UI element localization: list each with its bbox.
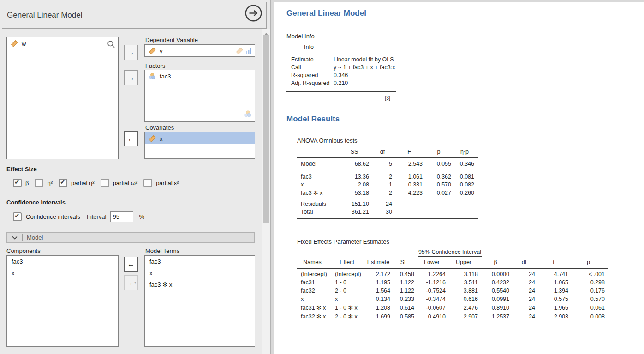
checkbox[interactable] xyxy=(143,179,152,187)
model-term-item[interactable]: fac3 ✻ x xyxy=(145,279,255,290)
model-term-item[interactable]: fac3 xyxy=(145,256,255,267)
continuous-variable-icon xyxy=(149,135,156,142)
anova-column-header: η²p xyxy=(455,146,478,158)
analysis-header: General Linear Model xyxy=(2,2,267,29)
fixed-effects-name: x xyxy=(297,295,331,303)
anova-value: 0.362 xyxy=(426,170,455,181)
fixed-effects-value: 1.208 xyxy=(366,303,394,312)
fixed-effects-value: 0.585 xyxy=(394,312,418,324)
fixed-effects-column-header: Effect xyxy=(331,257,366,269)
model-info-row: Adj. R-squared0.210 xyxy=(286,79,396,87)
panel-scrollbar[interactable] xyxy=(262,29,270,354)
checkbox-label: partial ω² xyxy=(113,180,138,186)
spacer-cell xyxy=(366,247,394,257)
fixed-effects-value: 0.614 xyxy=(394,303,418,312)
variable-item[interactable]: fac3 xyxy=(145,70,255,82)
checkbox[interactable] xyxy=(59,179,67,187)
model-info-block: Model Info Info EstimateLinear model fit… xyxy=(286,33,396,101)
fixed-effects-value: 2.903 xyxy=(539,312,572,324)
checkbox[interactable] xyxy=(101,179,109,187)
remove-covariate-button[interactable]: ← xyxy=(124,131,138,146)
analysis-options-panel: General Linear Model w → Dependent Varia… xyxy=(0,0,271,354)
variable-name: y xyxy=(160,48,163,54)
interval-input[interactable] xyxy=(110,211,133,222)
factors-box[interactable]: fac3 xyxy=(144,70,255,122)
variable-item[interactable]: w xyxy=(7,37,118,49)
checkbox[interactable] xyxy=(13,179,22,187)
collapse-panel-button[interactable] xyxy=(244,4,262,22)
model-term-item[interactable]: x xyxy=(145,267,255,279)
scrollbar-up-button[interactable] xyxy=(262,29,270,35)
add-term-button[interactable]: →▾ xyxy=(124,275,138,290)
anova-row: Total361.2130 xyxy=(297,208,478,219)
effect-size-option[interactable]: partial ε² xyxy=(143,179,179,187)
component-item[interactable]: fac3 xyxy=(7,256,118,267)
ci-header-row: 95% Confidence Interval xyxy=(297,247,608,257)
confidence-intervals-checkbox[interactable] xyxy=(13,212,22,221)
anova-value: 0.346 xyxy=(455,158,478,170)
effect-size-section-label: Effect Size xyxy=(6,166,37,173)
fixed-effects-value: -0.0607 xyxy=(418,303,449,312)
anova-value: 0.570 xyxy=(426,181,455,189)
fixed-effects-value: 0.5540 xyxy=(482,287,513,295)
effect-size-option[interactable]: partial ω² xyxy=(101,179,138,187)
move-to-dependent-button[interactable]: → xyxy=(124,45,138,60)
effect-size-option[interactable]: partial η² xyxy=(59,179,95,187)
covariates-box[interactable]: x xyxy=(144,132,255,159)
fixed-effects-block: Fixed Effects Parameter Estimates 95% Co… xyxy=(297,238,608,324)
variable-item[interactable]: x xyxy=(145,132,255,144)
available-variables-list[interactable]: w xyxy=(6,37,119,159)
anova-value xyxy=(455,197,478,208)
checkbox-label: partial η² xyxy=(71,180,95,186)
model-info-row-value: 0.210 xyxy=(334,80,348,86)
anova-row: fac3 ✻ x53.1824.2230.0270.260 xyxy=(297,189,478,197)
anova-value xyxy=(396,208,426,219)
checkbox[interactable] xyxy=(35,179,43,187)
spacer-cell xyxy=(513,247,539,257)
fixed-effects-name: 1 - 0 ✻ x xyxy=(331,303,366,312)
anova-value: 0.260 xyxy=(455,189,478,197)
model-info-row: R-squared0.346 xyxy=(286,71,396,79)
variable-name: x xyxy=(160,135,163,142)
remove-term-button[interactable]: ← xyxy=(124,257,138,272)
anova-value: 24 xyxy=(373,197,396,208)
effect-size-option[interactable]: η² xyxy=(35,179,53,187)
continuous-variable-icon xyxy=(11,40,18,47)
fixed-effects-row: fac311 - 01.1951.122-1.12163.5110.423224… xyxy=(297,278,608,287)
analysis-title: General Linear Model xyxy=(2,11,82,20)
fixed-effects-name: fac31 ✻ x xyxy=(297,303,331,312)
anova-value: 2.08 xyxy=(340,181,373,189)
move-to-factors-button[interactable]: → xyxy=(124,70,138,85)
confidence-intervals-section-label: Confidence Intervals xyxy=(6,199,66,206)
effect-size-option[interactable]: β xyxy=(13,179,29,187)
anova-term: Model xyxy=(297,158,340,170)
fixed-effects-value: 3.881 xyxy=(449,287,482,295)
fixed-effects-value: 0.458 xyxy=(394,269,418,279)
model-terms-box[interactable]: fac3xfac3 ✻ x xyxy=(144,255,255,347)
search-icon[interactable] xyxy=(107,40,115,50)
model-results-title: Model Results xyxy=(286,114,340,124)
variable-name: w xyxy=(22,40,26,47)
spacer-cell xyxy=(539,247,572,257)
percent-suffix-label: % xyxy=(139,213,144,220)
fixed-effects-row: fac32 ✻ x2 - 0 ✻ x1.6990.5850.49102.9071… xyxy=(297,312,608,324)
model-section-collapse-bar[interactable]: Model xyxy=(6,232,255,243)
components-box[interactable]: fac3x xyxy=(6,255,119,347)
component-item[interactable]: x xyxy=(7,267,118,279)
results-panel: General Linear Model Model Info Info Est… xyxy=(274,2,644,354)
app-window: { "left_panel": { "title": "General Line… xyxy=(0,0,644,354)
fixed-effects-value: 0.233 xyxy=(394,295,418,303)
fixed-effects-name: fac31 xyxy=(297,278,331,287)
fixed-effects-value: 24 xyxy=(513,278,539,287)
nominal-variable-icon xyxy=(149,72,156,80)
anova-value: 0.027 xyxy=(426,189,455,197)
fixed-effects-value: -0.7524 xyxy=(418,287,449,295)
fixed-effects-value: 1.065 xyxy=(539,278,572,287)
fixed-effects-name: 2 - 0 xyxy=(331,287,366,295)
scrollbar-thumb[interactable] xyxy=(263,35,269,223)
dependent-variable-label: Dependent Variable xyxy=(145,36,198,43)
dependent-variable-box[interactable]: y xyxy=(144,44,255,57)
chevron-down-icon xyxy=(12,235,18,240)
model-info-row-value: 0.346 xyxy=(334,72,348,78)
fixed-effects-value: 1.394 xyxy=(539,287,572,295)
